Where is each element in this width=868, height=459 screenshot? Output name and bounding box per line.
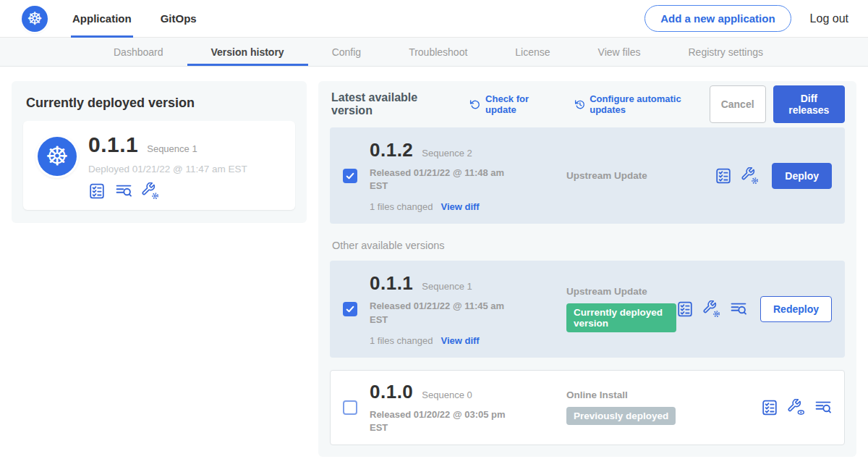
- panel-header: Latest available version Check for updat…: [330, 91, 845, 117]
- previously-deployed-badge: Previously deployed: [566, 407, 676, 425]
- other-available-versions-label: Other available versions: [332, 240, 845, 251]
- version-checkbox[interactable]: [343, 169, 357, 183]
- version-row: 0.1.2 Sequence 2 Released 01/21/22 @ 11:…: [330, 127, 845, 224]
- tab-license[interactable]: License: [491, 38, 574, 66]
- version-sequence: Sequence 0: [422, 389, 472, 400]
- version-checkbox[interactable]: [343, 302, 357, 316]
- preflight-checks-icon[interactable]: [676, 300, 694, 318]
- deployed-version-number: 0.1.1: [88, 132, 138, 157]
- deployed-sequence: Sequence 1: [147, 143, 197, 154]
- check-for-update-label: Check for update: [485, 93, 556, 115]
- version-source-label: Upstream Update: [566, 170, 715, 181]
- refresh-icon: [469, 98, 481, 111]
- edit-config-icon[interactable]: [741, 167, 759, 185]
- view-diff-link[interactable]: View diff: [441, 201, 479, 212]
- tab-dashboard[interactable]: Dashboard: [90, 38, 187, 66]
- configure-automatic-updates-link[interactable]: Configure automatic updates: [574, 93, 710, 115]
- currently-deployed-title: Currently deployed version: [26, 96, 295, 111]
- version-sequence: Sequence 2: [422, 148, 472, 159]
- version-history-panel: Latest available version Check for updat…: [318, 81, 856, 457]
- files-changed-label: 1 files changed: [370, 201, 433, 212]
- sub-nav: Dashboard Version history Config Trouble…: [0, 38, 868, 67]
- preflight-checks-icon[interactable]: [761, 399, 778, 416]
- preflight-checks-icon[interactable]: [715, 167, 732, 185]
- version-row: 0.1.1 Sequence 1 Released 01/21/22 @ 11:…: [330, 261, 845, 357]
- cancel-button[interactable]: Cancel: [710, 85, 766, 123]
- deploy-logs-icon[interactable]: [115, 182, 132, 200]
- tab-view-files[interactable]: View files: [574, 38, 665, 66]
- redeploy-button[interactable]: Redeploy: [760, 296, 832, 322]
- check-for-update-link[interactable]: Check for update: [469, 93, 556, 115]
- deploy-logs-icon[interactable]: [814, 399, 832, 416]
- deployed-timestamp: Deployed 01/21/22 @ 11:47 am EST: [88, 164, 247, 174]
- version-source-label: Upstream Update: [566, 286, 676, 297]
- clock-refresh-icon: [574, 98, 586, 111]
- kubernetes-icon: ☸: [38, 137, 77, 176]
- released-timestamp: Released 01/20/22 @ 03:05 pm EST: [370, 408, 514, 434]
- released-timestamp: Released 01/21/22 @ 11:48 am EST: [370, 167, 514, 193]
- app-nav-tabs: Application GitOps: [71, 0, 224, 38]
- version-checkbox[interactable]: [343, 400, 357, 415]
- main-content: Currently deployed version ☸ 0.1.1 Seque…: [0, 67, 868, 457]
- edit-config-icon[interactable]: [142, 182, 159, 200]
- tab-registry-settings[interactable]: Registry settings: [664, 38, 786, 66]
- top-nav-right: Add a new application Log out: [644, 5, 848, 32]
- kots-admin-console: ☸ Application GitOps Add a new applicati…: [0, 0, 868, 459]
- released-timestamp: Released 01/21/22 @ 11:45 am EST: [370, 300, 514, 326]
- currently-deployed-card: Currently deployed version ☸ 0.1.1 Seque…: [12, 81, 307, 223]
- currently-deployed-badge: Currently deployed version: [566, 303, 676, 332]
- version-number: 0.1.2: [370, 139, 413, 161]
- tab-troubleshoot[interactable]: Troubleshoot: [385, 38, 491, 66]
- tab-config[interactable]: Config: [308, 38, 385, 66]
- version-number: 0.1.0: [370, 381, 413, 403]
- top-nav: ☸ Application GitOps Add a new applicati…: [0, 0, 868, 38]
- tab-gitops[interactable]: GitOps: [159, 0, 198, 38]
- files-changed-label: 1 files changed: [370, 335, 433, 346]
- version-sequence: Sequence 1: [422, 281, 472, 292]
- tab-application[interactable]: Application: [71, 0, 133, 38]
- version-number: 0.1.1: [370, 272, 413, 295]
- version-source-label: Online Install: [566, 389, 761, 400]
- edit-config-icon[interactable]: [703, 300, 720, 318]
- deploy-button[interactable]: Deploy: [772, 163, 832, 189]
- log-out-link[interactable]: Log out: [810, 12, 848, 25]
- version-row: 0.1.0 Sequence 0 Released 01/20/22 @ 03:…: [330, 370, 845, 445]
- app-logo-kubernetes-icon: ☸: [22, 6, 48, 32]
- add-new-application-button[interactable]: Add a new application: [644, 5, 791, 32]
- diff-releases-button[interactable]: Diff releases: [773, 85, 845, 123]
- deploy-logs-icon[interactable]: [730, 300, 747, 318]
- view-config-icon[interactable]: [788, 399, 805, 416]
- preflight-checks-icon[interactable]: [88, 182, 106, 200]
- latest-available-title: Latest available version: [331, 91, 451, 117]
- deployed-version-tile: ☸ 0.1.1 Sequence 1 Deployed 01/21/22 @ 1…: [23, 121, 295, 210]
- view-diff-link[interactable]: View diff: [441, 335, 479, 346]
- tab-version-history[interactable]: Version history: [187, 38, 308, 66]
- configure-automatic-updates-label: Configure automatic updates: [590, 93, 709, 115]
